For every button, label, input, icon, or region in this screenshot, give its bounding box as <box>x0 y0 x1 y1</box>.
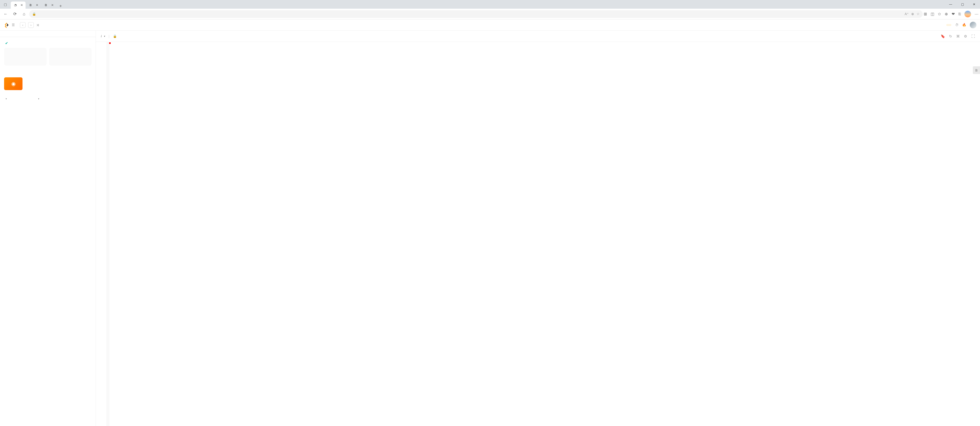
col-status[interactable]: ▾ <box>5 97 37 100</box>
favorites-icon[interactable]: ✩ <box>938 12 941 16</box>
submissions-header: ▾ ▾ <box>0 95 95 102</box>
reload-button[interactable]: ⟳ <box>11 10 19 18</box>
browser-tab-1[interactable]: 🗎 ✕ <box>26 2 41 9</box>
fullscreen-icon[interactable]: ⛶ <box>971 34 975 38</box>
favorite-icon[interactable]: ☆ <box>916 12 920 16</box>
line-gutter <box>96 42 107 426</box>
code-editor[interactable] <box>96 42 980 426</box>
lock-icon: 🔒 <box>113 35 117 38</box>
close-window-button[interactable]: ✕ <box>968 0 980 9</box>
performance-icon[interactable]: ❤ <box>951 12 955 16</box>
shuffle-icon[interactable]: ⤭ <box>36 23 39 27</box>
url-bar: ← ⟳ ⌂ 🔒 A⁺ ⊕ ☆ ⊞ ◫ ✩ ⊕ ❤ ⎘ ⋯ <box>0 9 980 19</box>
close-icon[interactable]: ✕ <box>21 3 23 7</box>
back-button[interactable]: ← <box>2 10 10 18</box>
col-runtime <box>56 97 72 100</box>
lock-icon: 🔒 <box>32 12 36 16</box>
close-icon[interactable]: ✕ <box>51 3 54 7</box>
col-memory <box>74 97 91 100</box>
left-pane: ✔ ◉ <box>0 31 96 426</box>
extensions-icon[interactable]: ⊞ <box>924 12 927 16</box>
home-button[interactable]: ⌂ <box>20 10 28 18</box>
more-icon[interactable]: ⋯ <box>975 12 978 16</box>
check-icon: ✔ <box>5 41 8 45</box>
window-titlebar: ▢ ◔ ✕ 🗎 ✕ 🗎 ✕ ＋ — ▢ ✕ <box>0 0 980 9</box>
smart-mode[interactable]: 🔒 <box>113 35 118 38</box>
code-toolbar: i ▾ | 🔒 🔖 ↻ ⌘ ⚙ ⛶ <box>96 31 980 42</box>
address-box[interactable]: 🔒 A⁺ ⊕ ☆ <box>29 10 923 18</box>
toolbar-right: ⊞ ◫ ✩ ⊕ ❤ ⎘ ⋯ <box>924 11 978 17</box>
left-tabs <box>0 31 95 37</box>
fold-bar <box>107 42 109 426</box>
interview-image: ◉ <box>4 78 22 90</box>
settings-icon[interactable]: ⚙ <box>964 34 967 38</box>
app-header: ☰ ‹ › ⤭ ⏱ 🔥 <box>0 19 980 31</box>
plus-badge[interactable] <box>946 24 951 26</box>
prev-problem-button[interactable]: ‹ <box>20 22 25 28</box>
side-panel-toggle[interactable]: 🗎 <box>973 67 980 74</box>
highlight-box <box>109 42 111 44</box>
list-icon[interactable]: ☰ <box>12 23 15 27</box>
read-aloud-icon[interactable]: A⁺ <box>905 12 909 16</box>
browser-tabs: ◔ ✕ 🗎 ✕ 🗎 ✕ ＋ <box>11 0 945 9</box>
memory-card[interactable] <box>49 48 92 66</box>
fire-icon: 🔥 <box>962 23 966 27</box>
profile-avatar[interactable] <box>964 11 971 17</box>
language-select[interactable]: i ▾ <box>101 35 105 38</box>
window-controls: — ▢ ✕ <box>945 0 980 9</box>
split-icon[interactable]: ◫ <box>931 12 934 16</box>
leetcode-app: ☰ ‹ › ⤭ ⏱ 🔥 ✔ <box>0 19 980 426</box>
next-problem-button[interactable]: › <box>28 22 34 28</box>
interview-card[interactable]: ◉ <box>4 78 92 90</box>
minimize-button[interactable]: — <box>945 0 956 9</box>
browser-tab-2[interactable]: 🗎 ✕ <box>41 2 56 9</box>
downloads-icon[interactable]: ⎘ <box>959 12 961 16</box>
runtime-card[interactable] <box>4 48 46 66</box>
shortcut-icon[interactable]: ⌘ <box>956 34 960 38</box>
reset-icon[interactable]: ↻ <box>949 34 952 38</box>
new-tab-button[interactable]: ＋ <box>57 3 64 9</box>
zoom-icon[interactable]: ⊕ <box>911 12 914 16</box>
bookmark-icon[interactable]: 🔖 <box>941 34 945 38</box>
close-icon[interactable]: ✕ <box>36 3 38 7</box>
leetcode-logo[interactable] <box>3 22 9 28</box>
col-lang[interactable]: ▾ <box>38 97 54 100</box>
browser-tab-0[interactable]: ◔ ✕ <box>11 2 25 9</box>
streak[interactable]: 🔥 <box>962 23 967 27</box>
tab-actions-icon[interactable]: ▢ <box>0 0 11 9</box>
right-pane: i ▾ | 🔒 🔖 ↻ ⌘ ⚙ ⛶ <box>96 31 980 426</box>
more-challenges-title <box>0 66 95 73</box>
timer-icon[interactable]: ⏱ <box>954 23 959 27</box>
favicon-page: 🗎 <box>44 3 48 7</box>
favicon-page: 🗎 <box>29 3 33 7</box>
favicon-leetcode: ◔ <box>13 3 18 7</box>
maximize-button[interactable]: ▢ <box>956 0 968 9</box>
status-accepted: ✔ <box>0 37 95 48</box>
collections-icon[interactable]: ⊕ <box>945 12 948 16</box>
user-avatar[interactable] <box>970 22 977 29</box>
